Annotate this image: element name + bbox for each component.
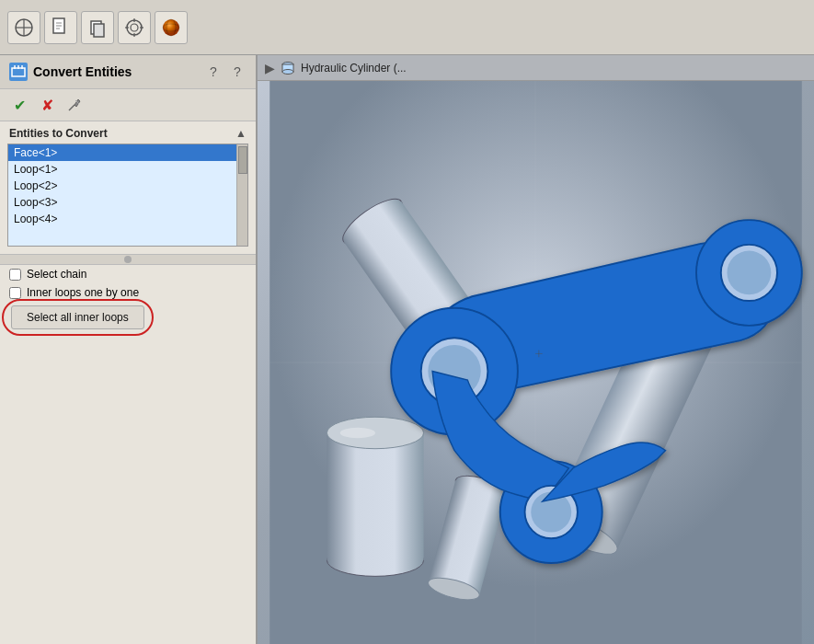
entity-list: Face<1> Loop<1> Loop<2> Loop<3> Loop<4>: [8, 144, 247, 246]
panel-header: Convert Entities ? ?: [0, 55, 256, 89]
help-button-2[interactable]: ?: [228, 63, 246, 81]
scene-svg: [258, 81, 814, 644]
svg-rect-32: [327, 433, 423, 561]
sketch-button[interactable]: [7, 11, 40, 44]
svg-point-15: [163, 19, 179, 36]
svg-rect-8: [94, 24, 104, 37]
svg-point-49: [727, 251, 771, 295]
viewport-title: Hydraulic Cylinder (...: [301, 62, 407, 75]
sphere-button[interactable]: [155, 11, 188, 44]
scroll-thumb: [238, 146, 247, 174]
list-item[interactable]: Loop<3>: [8, 194, 236, 211]
list-item[interactable]: Loop<2>: [8, 178, 236, 194]
scroll-indicator: [124, 256, 132, 263]
select-chain-row: Select chain: [0, 265, 256, 283]
ok-button[interactable]: ✔: [9, 95, 29, 115]
cylinder-icon: [281, 61, 295, 75]
panel-header-icons: ? ?: [204, 63, 246, 81]
entities-section-label: Entities to Convert: [9, 127, 108, 140]
convert-entities-icon: [9, 63, 28, 81]
select-all-inner-wrapper: Select all inner loops: [11, 305, 256, 329]
pin-button[interactable]: [64, 95, 85, 115]
select-all-inner-loops-button[interactable]: Select all inner loops: [11, 305, 144, 329]
scene-canvas: [258, 81, 814, 644]
main-area: Convert Entities ? ? ✔ ✘ Entities to Con…: [0, 55, 814, 644]
top-toolbar: [0, 0, 814, 55]
list-item[interactable]: Loop<4>: [8, 211, 236, 227]
select-chain-label: Select chain: [27, 268, 86, 281]
help-button-1[interactable]: ?: [204, 63, 223, 81]
document-button[interactable]: [44, 11, 77, 44]
list-item[interactable]: Face<1>: [8, 144, 236, 161]
viewport-arrow-icon: ▶: [265, 61, 275, 75]
list-item[interactable]: Loop<1>: [8, 161, 236, 178]
collapse-entities-button[interactable]: ▲: [235, 127, 246, 140]
panel-title-text: Convert Entities: [33, 64, 132, 79]
svg-point-27: [282, 69, 293, 74]
svg-rect-18: [12, 68, 25, 76]
inner-loops-row: Inner loops one by one: [0, 283, 256, 302]
target-button[interactable]: [118, 11, 151, 44]
viewport-titlebar: ▶ Hydraulic Cylinder (...: [258, 55, 814, 81]
section-divider: [0, 254, 256, 265]
entity-list-container: Face<1> Loop<1> Loop<2> Loop<3> Loop<4>: [7, 144, 248, 247]
select-chain-checkbox[interactable]: [9, 269, 21, 281]
viewport: ▶ Hydraulic Cylinder (...: [258, 55, 814, 644]
svg-point-10: [131, 24, 138, 31]
action-row: ✔ ✘: [0, 89, 256, 121]
panel-title-area: Convert Entities: [9, 63, 132, 81]
svg-point-9: [127, 20, 142, 35]
svg-line-22: [69, 105, 75, 110]
svg-point-34: [340, 428, 375, 438]
inner-loops-checkbox[interactable]: [9, 287, 21, 299]
copy-button[interactable]: [81, 11, 114, 44]
inner-loops-label: Inner loops one by one: [27, 286, 139, 299]
cancel-button[interactable]: ✘: [37, 95, 57, 115]
entities-section-header: Entities to Convert ▲: [0, 121, 256, 144]
entity-list-scrollbar[interactable]: [236, 144, 247, 246]
left-panel: Convert Entities ? ? ✔ ✘ Entities to Con…: [0, 55, 258, 644]
btn-highlight-area: Select all inner loops: [11, 305, 144, 329]
